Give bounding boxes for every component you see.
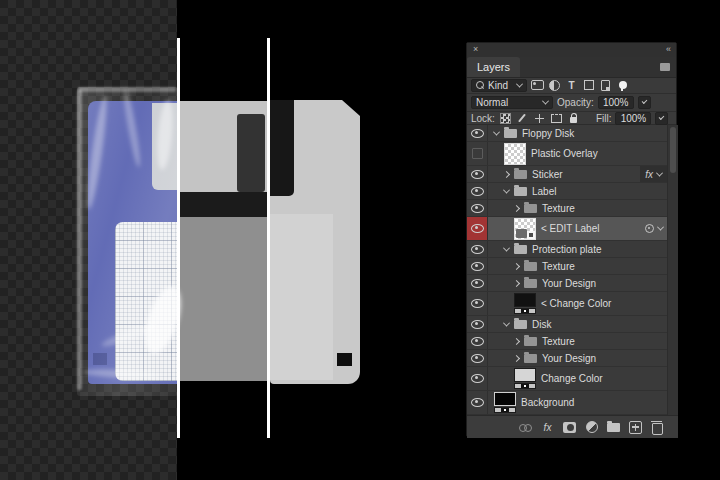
shutter-window-middle bbox=[237, 114, 265, 192]
collapsed-chevron-icon[interactable] bbox=[513, 262, 520, 269]
visibility-toggle[interactable] bbox=[467, 217, 488, 240]
folder-icon bbox=[524, 262, 537, 271]
scrollbar-thumb[interactable] bbox=[670, 127, 676, 173]
new-group-icon[interactable] bbox=[607, 420, 620, 434]
thumbnail-slider bbox=[514, 308, 536, 314]
filter-toggle-icon[interactable] bbox=[616, 80, 629, 91]
layer-row-floppy-disk[interactable]: Floppy Disk bbox=[467, 125, 667, 142]
before-after-divider-1[interactable] bbox=[177, 38, 180, 438]
visibility-toggle[interactable] bbox=[467, 142, 488, 165]
smart-filter-icon[interactable] bbox=[645, 224, 654, 233]
expand-chevron-icon[interactable] bbox=[503, 186, 510, 193]
lock-all-icon[interactable] bbox=[567, 113, 580, 124]
kind-filter-label: Kind bbox=[488, 80, 508, 91]
filter-pixel-layers-icon[interactable] bbox=[531, 80, 544, 91]
layer-row-edit-label-selected[interactable]: < EDIT Label bbox=[467, 217, 667, 241]
eye-icon bbox=[471, 337, 484, 346]
kind-filter-select[interactable]: Kind bbox=[471, 79, 527, 92]
layer-name: Background bbox=[521, 397, 574, 408]
collapsed-chevron-icon[interactable] bbox=[513, 279, 520, 286]
layer-name: Change Color bbox=[541, 373, 603, 384]
lock-position-icon[interactable] bbox=[533, 113, 546, 124]
delete-layer-icon[interactable] bbox=[651, 420, 664, 434]
fill-value[interactable]: 100% bbox=[615, 112, 651, 125]
expand-chevron-icon[interactable] bbox=[503, 244, 510, 251]
layer-row-protection-plate[interactable]: Protection plate bbox=[467, 241, 667, 258]
fill-layer-thumbnail[interactable] bbox=[494, 392, 516, 413]
lock-paint-icon[interactable] bbox=[516, 113, 529, 124]
fill-dropdown-button[interactable] bbox=[655, 112, 668, 125]
layer-row-label[interactable]: Label bbox=[467, 183, 667, 200]
blend-mode-value: Normal bbox=[476, 97, 508, 108]
layer-row-texture-2[interactable]: Texture bbox=[467, 258, 667, 275]
folder-icon bbox=[504, 129, 517, 138]
disk-body-dark-middle bbox=[180, 192, 267, 217]
lock-artboard-icon[interactable] bbox=[550, 113, 563, 124]
layer-effects-badge[interactable]: fx bbox=[640, 166, 667, 182]
layer-row-sticker[interactable]: Sticker fx bbox=[467, 166, 667, 183]
layer-row-change-color-dark[interactable]: < Change Color bbox=[467, 292, 667, 316]
visibility-toggle[interactable] bbox=[467, 258, 488, 274]
visibility-toggle[interactable] bbox=[467, 333, 488, 349]
folder-icon bbox=[514, 320, 527, 329]
visibility-toggle[interactable] bbox=[467, 391, 488, 414]
scrollbar-track[interactable] bbox=[667, 125, 678, 415]
smart-object-thumbnail[interactable] bbox=[514, 218, 536, 240]
visibility-toggle[interactable] bbox=[467, 275, 488, 291]
blend-mode-select[interactable]: Normal bbox=[471, 96, 553, 109]
layer-row-plastic-overlay[interactable]: Plastic Overlay bbox=[467, 142, 667, 166]
lock-transparency-icon[interactable] bbox=[499, 113, 512, 124]
layer-thumbnail[interactable] bbox=[504, 143, 526, 165]
visibility-toggle[interactable] bbox=[467, 367, 488, 390]
layer-style-icon[interactable]: fx bbox=[541, 420, 554, 434]
adjustment-layer-icon[interactable] bbox=[585, 420, 598, 434]
panel-menu-icon[interactable] bbox=[660, 63, 670, 71]
tab-layers[interactable]: Layers bbox=[467, 57, 520, 77]
visibility-toggle[interactable] bbox=[467, 125, 488, 141]
filter-adjustment-layers-icon[interactable] bbox=[548, 80, 561, 91]
chevron-down-icon[interactable] bbox=[656, 169, 663, 176]
visibility-toggle[interactable] bbox=[467, 183, 488, 199]
visibility-toggle[interactable] bbox=[467, 292, 488, 315]
before-after-divider-2[interactable] bbox=[267, 38, 270, 438]
color-swatch bbox=[494, 392, 516, 406]
expand-chevron-icon[interactable] bbox=[503, 319, 510, 326]
layer-row-texture-3[interactable]: Texture bbox=[467, 333, 667, 350]
visibility-toggle[interactable] bbox=[467, 200, 488, 216]
fill-value-text: 100% bbox=[621, 113, 647, 124]
expand-chevron-icon[interactable] bbox=[493, 128, 500, 135]
layer-row-change-color-light[interactable]: Change Color bbox=[467, 367, 667, 391]
collapsed-chevron-icon[interactable] bbox=[513, 337, 520, 344]
link-layers-icon[interactable] bbox=[519, 420, 532, 434]
opacity-dropdown-button[interactable] bbox=[638, 96, 651, 109]
layer-row-texture-1[interactable]: Texture bbox=[467, 200, 667, 217]
layer-row-background[interactable]: Background bbox=[467, 391, 667, 415]
collapsed-chevron-icon[interactable] bbox=[503, 170, 510, 177]
filter-type-layers-icon[interactable]: T bbox=[565, 80, 578, 91]
fill-layer-thumbnail[interactable] bbox=[514, 368, 536, 389]
row-right-controls bbox=[645, 224, 667, 233]
chevron-down-icon bbox=[516, 80, 523, 87]
visibility-toggle[interactable] bbox=[467, 316, 488, 332]
layer-row-your-design-2[interactable]: Your Design bbox=[467, 350, 667, 367]
layer-row-disk[interactable]: Disk bbox=[467, 316, 667, 333]
filter-shape-layers-icon[interactable] bbox=[582, 80, 595, 91]
visibility-toggle[interactable] bbox=[467, 350, 488, 366]
opacity-value[interactable]: 100% bbox=[598, 96, 634, 109]
add-layer-mask-icon[interactable] bbox=[563, 420, 576, 434]
layer-name: Texture bbox=[542, 203, 575, 214]
layer-name: Texture bbox=[542, 261, 575, 272]
collapse-panel-icon[interactable]: « bbox=[666, 44, 671, 54]
new-layer-icon[interactable] bbox=[629, 420, 642, 434]
filter-smart-objects-icon[interactable] bbox=[599, 80, 612, 91]
fill-layer-thumbnail[interactable] bbox=[514, 293, 536, 314]
layer-row-your-design-1[interactable]: Your Design bbox=[467, 275, 667, 292]
close-icon[interactable]: × bbox=[473, 44, 478, 54]
visibility-toggle[interactable] bbox=[467, 166, 488, 182]
visibility-toggle[interactable] bbox=[467, 241, 488, 257]
layers-list: Floppy Disk Plastic Overlay Sticker fx bbox=[467, 125, 678, 415]
collapsed-chevron-icon[interactable] bbox=[513, 204, 520, 211]
chevron-down-icon[interactable] bbox=[657, 224, 664, 231]
eye-icon bbox=[471, 245, 484, 254]
collapsed-chevron-icon[interactable] bbox=[513, 354, 520, 361]
